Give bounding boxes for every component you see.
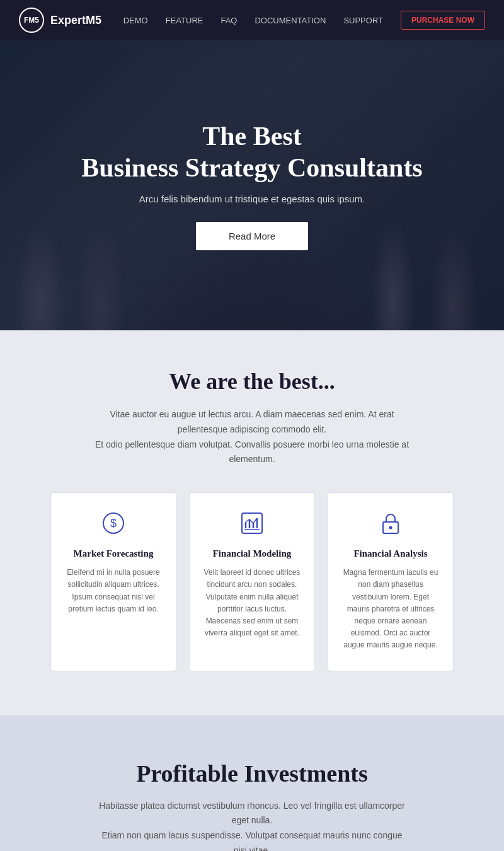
nav-link-support[interactable]: SUPPORT xyxy=(343,16,383,25)
card-analysis-body: Magna fermentum iaculis eu non diam phas… xyxy=(342,567,439,651)
section-invest-heading: Profitable Investments xyxy=(38,760,466,787)
hero-title: The Best Business Strategy Consultants xyxy=(81,120,422,184)
card-modeling-body: Velit laoreet id donec ultrices tincidun… xyxy=(203,567,301,639)
dollar-icon: $ xyxy=(65,512,162,540)
nav-link-documentation[interactable]: DOCUMENTATION xyxy=(255,16,326,25)
brand-name: ExpertM5 xyxy=(50,14,101,27)
hero-subtitle: Arcu felis bibendum ut tristique et eges… xyxy=(81,194,422,204)
brand-logo: FM5 xyxy=(19,8,44,33)
navbar: FM5 ExpertM5 DEMO FEATURE FAQ DOCUMENTAT… xyxy=(0,0,504,40)
section-invest: Profitable Investments Habitasse platea … xyxy=(0,715,504,852)
svg-point-9 xyxy=(389,526,392,530)
brand: FM5 ExpertM5 xyxy=(19,8,101,33)
card-market-forecasting: $ Market Forecasting Eleifend mi in null… xyxy=(50,492,176,671)
card-analysis-title: Financial Analysis xyxy=(342,548,439,559)
hero-content: The Best Business Strategy Consultants A… xyxy=(81,120,422,251)
card-financial-analysis: Financial Analysis Magna fermentum iacul… xyxy=(328,492,454,671)
card-financial-modeling: Financial Modeling Velit laoreet id done… xyxy=(189,492,315,671)
svg-text:$: $ xyxy=(110,517,117,530)
card-modeling-title: Financial Modeling xyxy=(203,548,301,559)
lock-icon xyxy=(342,512,439,540)
card-market-body: Eleifend mi in nulla posuere sollicitudi… xyxy=(65,567,162,615)
nav-link-faq[interactable]: FAQ xyxy=(220,16,237,25)
section-best-description: Vitae auctor eu augue ut lectus arcu. A … xyxy=(88,407,416,467)
nav-link-demo[interactable]: DEMO xyxy=(123,16,148,25)
feature-cards: $ Market Forecasting Eleifend mi in null… xyxy=(50,492,454,671)
card-market-title: Market Forecasting xyxy=(65,548,162,559)
section-invest-description: Habitasse platea dictumst vestibulum rho… xyxy=(94,799,410,852)
section-best-heading: We are the best... xyxy=(50,368,454,395)
hero-section: The Best Business Strategy Consultants A… xyxy=(0,40,504,330)
section-best: We are the best... Vitae auctor eu augue… xyxy=(0,330,504,715)
hero-cta-button[interactable]: Read More xyxy=(196,222,308,250)
chart-icon xyxy=(203,512,301,540)
nav-link-feature[interactable]: FEATURE xyxy=(166,16,203,25)
purchase-button[interactable]: PURCHASE NOW xyxy=(401,11,485,30)
nav-links: DEMO FEATURE FAQ DOCUMENTATION SUPPORT P… xyxy=(123,11,485,30)
